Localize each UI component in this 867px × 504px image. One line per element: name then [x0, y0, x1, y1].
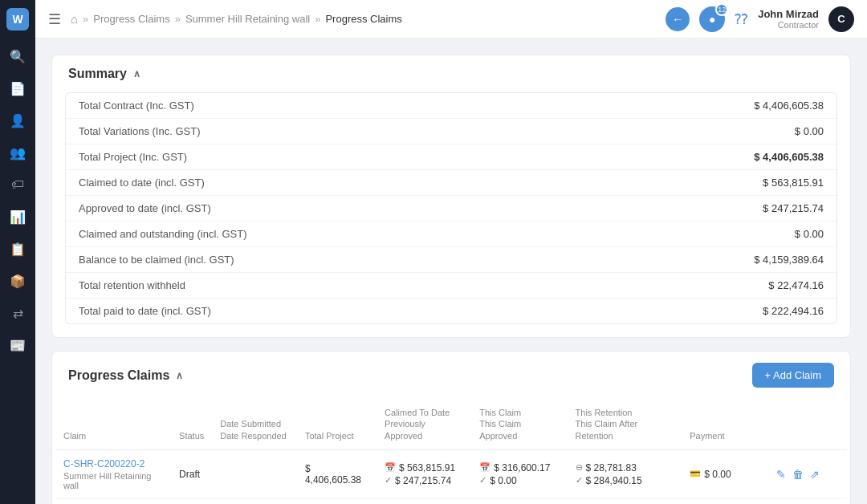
- after-retention-value: $ 284,940.15: [586, 475, 642, 486]
- chart-icon[interactable]: 📊: [3, 202, 32, 231]
- table-row: C-SHR-C200220 Summer Hill Retaining wall…: [55, 498, 847, 504]
- summary-label: Total Project (Inc. GST): [79, 151, 187, 163]
- summary-label: Total retention withheld: [79, 279, 185, 291]
- summary-label: Claimed to date (incl. GST): [79, 177, 205, 189]
- summary-label: Approved to date (incl. GST): [79, 202, 211, 214]
- contacts-icon[interactable]: 👤: [3, 106, 32, 135]
- content-area: Summary ∧ Total Contract (Inc. GST) $ 4,…: [35, 39, 867, 504]
- breadcrumb: ⌂ » Progress Claims » Summer Hill Retain…: [71, 12, 656, 26]
- clipboard-icon[interactable]: 📋: [3, 234, 32, 263]
- summary-row: Approved to date (incl. GST) $ 247,215.7…: [66, 196, 836, 222]
- claim-subtitle: Summer Hill Retaining wall: [63, 471, 163, 490]
- calendar-icon: 📅: [479, 462, 490, 473]
- summary-card: Summary ∧ Total Contract (Inc. GST) $ 4,…: [51, 55, 851, 338]
- credit-icon: 💳: [690, 469, 701, 479]
- action-icons: ✎ 🗑 ⇗: [776, 468, 839, 481]
- summary-row: Claimed and outstanding (incl. GST) $ 0.…: [66, 222, 836, 247]
- edit-icon[interactable]: ✎: [776, 468, 786, 481]
- col-retention: This RetentionThis Claim After Retention: [568, 399, 682, 449]
- back-button[interactable]: ←: [666, 7, 690, 31]
- col-total-project: Total Project: [297, 399, 377, 449]
- progress-claims-card: Progress Claims ∧ + Add Claim Claim Stat…: [51, 351, 851, 504]
- col-actions: [768, 399, 847, 449]
- progress-claims-chevron: ∧: [176, 370, 183, 381]
- this-claim-value: $ 316,600.17: [494, 462, 550, 474]
- check-icon: ✓: [385, 475, 392, 486]
- group-icon[interactable]: 👥: [3, 138, 32, 167]
- this-claim-cell: 📅 $ 247,215.74 ✓ $ 247,215.74: [471, 498, 567, 504]
- home-icon[interactable]: ⌂: [71, 12, 78, 26]
- claim-link[interactable]: C-SHR-C200220-2: [63, 458, 163, 469]
- share-icon[interactable]: ⇄: [3, 299, 32, 327]
- menu-icon[interactable]: ☰: [48, 10, 61, 28]
- total-project-cell: $ 4,406,605.38: [297, 449, 377, 498]
- col-claim: Claim: [55, 399, 171, 449]
- total-project-cell: $ 4,406,605.38: [297, 498, 377, 504]
- delete-icon[interactable]: 🗑: [792, 468, 804, 481]
- report-icon[interactable]: 📰: [3, 331, 32, 360]
- col-payment: Payment: [682, 399, 768, 449]
- retention-cell: ⊖ $ 22,474.16 ✓ $ 222,494.16: [568, 498, 682, 504]
- breadcrumb-current: Progress Claims: [325, 13, 401, 25]
- summary-label: Balance to be claimed (incl. GST): [79, 254, 234, 266]
- summary-row: Total retention withheld $ 22,474.16: [66, 273, 836, 299]
- calendar-icon: 📅: [385, 462, 396, 473]
- summary-row: Total Contract (Inc. GST) $ 4,406,605.38: [66, 93, 836, 119]
- claim-cell: C-SHR-C200220 Summer Hill Retaining wall: [55, 498, 171, 504]
- claims-table-wrap: Claim Status Date SubmittedDate Responde…: [52, 399, 850, 504]
- summary-row: Total paid to date (incl. GST) $ 222,494…: [66, 299, 836, 323]
- grid-toggle-icon[interactable]: ⁇: [735, 10, 748, 28]
- summary-value: $ 247,215.74: [763, 202, 824, 214]
- summary-label: Total Contract (Inc. GST): [79, 100, 194, 112]
- col-this-claim: This ClaimThis Claim Approved: [471, 399, 567, 449]
- topbar: ☰ ⌂ » Progress Claims » Summer Hill Reta…: [35, 0, 867, 39]
- status-badge: Draft: [179, 469, 200, 480]
- search-icon[interactable]: 🔍: [3, 42, 32, 71]
- claimed-cell: 📅 $ 563,815.91 ✓ $ 247,215.74: [377, 449, 471, 498]
- add-claim-button[interactable]: + Add Claim: [752, 363, 834, 388]
- summary-value: $ 4,406,605.38: [754, 100, 824, 112]
- notification-button[interactable]: ● 12: [699, 6, 725, 32]
- claim-cell: C-SHR-C200220-2 Summer Hill Retaining wa…: [55, 449, 171, 498]
- box-icon[interactable]: 📦: [3, 266, 32, 295]
- user-info: John Mirzad Contractor: [758, 8, 819, 30]
- summary-value: $ 222,494.16: [763, 305, 824, 317]
- summary-value: $ 22,474.16: [768, 279, 824, 291]
- document-icon[interactable]: 📄: [3, 74, 32, 103]
- claimed-to-date-value: $ 563,815.91: [399, 462, 455, 474]
- minus-icon: ⊖: [576, 462, 583, 473]
- summary-title: Summary: [68, 67, 127, 81]
- summary-label: Total paid to date (incl. GST): [79, 305, 211, 317]
- summary-value: $ 0.00: [795, 228, 824, 240]
- check-icon: ✓: [479, 475, 486, 486]
- summary-row: Total Project (Inc. GST) $ 4,406,605.38: [66, 144, 836, 170]
- tag-icon[interactable]: 🏷: [3, 170, 32, 199]
- summary-row: Balance to be claimed (incl. GST) $ 4,15…: [66, 247, 836, 273]
- user-name: John Mirzad: [758, 8, 819, 20]
- breadcrumb-projects[interactable]: Progress Claims: [93, 13, 169, 25]
- status-cell: Paid: [171, 498, 212, 504]
- app-logo: W: [6, 8, 29, 30]
- payment-cell: 💳 $ 222,494.16 📅 Feb 27, 2020: [682, 498, 768, 504]
- summary-chevron: ∧: [133, 68, 140, 79]
- dates-cell: 📅 Feb 20, 2020 📅 Feb 20, 2020: [212, 498, 297, 504]
- this-retention-value: $ 28,781.83: [586, 462, 637, 474]
- summary-value: $ 0.00: [795, 125, 824, 137]
- claims-table-body: C-SHR-C200220-2 Summer Hill Retaining wa…: [55, 449, 847, 504]
- table-row: C-SHR-C200220-2 Summer Hill Retaining wa…: [55, 449, 847, 498]
- summary-row: Claimed to date (incl. GST) $ 563,815.91: [66, 170, 836, 196]
- breadcrumb-project[interactable]: Summer Hill Retaining wall: [185, 13, 310, 25]
- actions-cell: 💳 ☷ ⇗ ⇓: [768, 498, 847, 504]
- summary-label: Total Variations (Inc. GST): [79, 125, 200, 137]
- user-role: Contractor: [758, 20, 819, 30]
- external-link-icon[interactable]: ⇗: [810, 468, 820, 481]
- status-cell: Draft: [171, 449, 212, 498]
- summary-header[interactable]: Summary ∧: [52, 55, 850, 92]
- claimed-cell: 📅 $ 247,215.74 ✓ $ 0.00: [377, 498, 471, 504]
- notification-badge: 12: [715, 3, 728, 16]
- summary-row: Total Variations (Inc. GST) $ 0.00: [66, 119, 836, 144]
- topbar-actions: ← ● 12 ⁇ John Mirzad Contractor C: [666, 6, 854, 32]
- summary-table: Total Contract (Inc. GST) $ 4,406,605.38…: [65, 92, 837, 324]
- check-icon: ✓: [576, 475, 583, 486]
- progress-claims-title[interactable]: Progress Claims ∧: [68, 368, 183, 383]
